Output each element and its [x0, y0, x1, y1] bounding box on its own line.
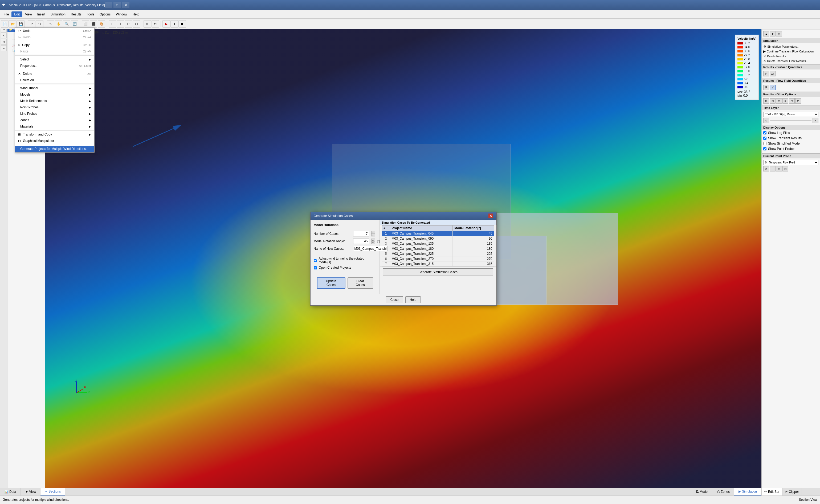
tb-undo[interactable]: ↩ — [28, 20, 35, 28]
menu-materials[interactable]: Materials ▶ — [15, 123, 94, 130]
left-icon-5[interactable]: ✏ — [1, 45, 7, 51]
menu-zones[interactable]: Zones ▶ — [15, 117, 94, 123]
maximize-button[interactable]: □ — [113, 2, 121, 8]
tb-save[interactable]: 💾 — [17, 20, 25, 28]
current-point-probe-section[interactable]: Current Point Probe — [762, 153, 820, 158]
continue-transient[interactable]: ▶ Continue Transient Flow Calculation — [763, 49, 818, 54]
probe-delete-btn[interactable]: ✕ — [763, 166, 769, 171]
tb-sim3[interactable]: ⏹ — [178, 20, 186, 28]
delete-transient-results[interactable]: ✕ Delete Transient Flow Results... — [763, 59, 818, 63]
tb-fit[interactable]: ⊞ — [144, 20, 151, 28]
other-icon-3[interactable]: ⊡ — [776, 98, 782, 104]
tb-pan[interactable]: ✋ — [55, 20, 62, 28]
other-options-section[interactable]: Results - Other Options — [762, 92, 820, 97]
other-icon-6[interactable]: ◻ — [795, 98, 801, 104]
menu-transform-copy[interactable]: ⊞ Transform and Copy ▶ — [15, 131, 94, 138]
num-cases-down[interactable]: ▼ — [371, 234, 375, 236]
tb-solid[interactable]: ⬛ — [90, 20, 97, 28]
tab-model[interactable]: 🏗 Model — [691, 488, 713, 495]
time-next-btn[interactable]: > — [813, 118, 818, 123]
other-icon-1[interactable]: ⊞ — [763, 98, 769, 104]
other-icon-2[interactable]: ⊟ — [770, 98, 776, 104]
num-cases-input[interactable] — [353, 231, 369, 236]
tb-sim1[interactable]: ▶ — [162, 20, 170, 28]
delete-results[interactable]: ✕ Delete Results — [763, 54, 818, 59]
tb-front[interactable]: F — [109, 20, 116, 28]
tb-redo[interactable]: ↪ — [36, 20, 43, 28]
sim-params[interactable]: ⚙ Simulation Parameters... — [763, 44, 818, 49]
table-row[interactable]: 5 M03_Campus_Transient_225 225 — [382, 251, 494, 256]
clipper-tab[interactable]: ✂ Clipper — [782, 488, 802, 495]
time-layer-section[interactable]: Time Layer — [762, 105, 820, 110]
menu-results[interactable]: Results — [68, 11, 84, 17]
flow-field-section[interactable]: Results - Flow Field Quantities — [762, 78, 820, 83]
close-button[interactable]: ✕ — [122, 2, 129, 8]
menu-delete-all[interactable]: Delete All — [15, 77, 94, 83]
menu-models[interactable]: Models ▶ — [15, 91, 94, 98]
flow-v-btn[interactable]: V — [770, 85, 776, 90]
left-icon-3[interactable]: ✕ — [1, 32, 7, 38]
rotation-angle-up[interactable]: ▲ — [371, 239, 375, 241]
tab-zones[interactable]: ⬡ Zones — [713, 488, 734, 495]
editor-icon-1[interactable]: ▲ — [763, 31, 769, 36]
tb-zoom[interactable]: 🔍 — [63, 20, 70, 28]
surface-quantities-section[interactable]: Results - Surface Quantities — [762, 64, 820, 69]
display-options-section[interactable]: Display Options — [762, 125, 820, 130]
tb-new[interactable]: 📄 — [1, 20, 9, 28]
adjust-wind-tunnel-checkbox[interactable] — [314, 259, 317, 262]
tab-data[interactable]: 📊 Data — [0, 488, 21, 495]
menu-graphical-manipulator[interactable]: ⊡ Graphical Manipulator — [15, 138, 94, 144]
table-row[interactable]: 7 M03_Campus_Transient_315 315 — [382, 261, 494, 267]
surface-cp-btn[interactable]: Cp — [770, 71, 776, 76]
show-log-files-checkbox[interactable] — [763, 131, 766, 134]
show-point-probes-checkbox[interactable] — [763, 147, 766, 150]
other-icon-4[interactable]: ≡ — [782, 98, 788, 104]
editor-icon-2[interactable]: ▼ — [770, 31, 776, 36]
probe-remove-btn[interactable]: ⊟ — [782, 166, 788, 171]
tb-top[interactable]: T — [117, 20, 124, 28]
rotation-angle-down[interactable]: ▼ — [371, 241, 375, 244]
menu-delete[interactable]: ✕ Delete Del — [15, 71, 94, 77]
table-row[interactable]: 1 M03_Campus_Transient_045 45 — [382, 231, 494, 236]
time-track[interactable] — [770, 120, 811, 121]
generate-simulation-button[interactable]: Generate Simulation Cases — [383, 268, 493, 276]
table-row[interactable]: 3 M03_Campus_Transient_135 135 — [382, 241, 494, 246]
show-simplified-checkbox[interactable] — [763, 142, 766, 145]
edit-bar-tab[interactable]: ✏ Edit Bar — [762, 488, 782, 495]
tab-sections[interactable]: ✂ Sections — [40, 488, 65, 495]
surface-p-btn[interactable]: P — [763, 71, 769, 76]
table-row[interactable]: 4 M03_Campus_Transient_180 180 — [382, 246, 494, 251]
tab-view[interactable]: 👁 View — [21, 488, 40, 495]
tb-wireframe[interactable]: ⬜ — [82, 20, 89, 28]
tb-section[interactable]: ✂ — [152, 20, 159, 28]
open-projects-checkbox[interactable] — [314, 266, 317, 269]
menu-line-probes[interactable]: Line Probes ▶ — [15, 110, 94, 117]
tb-right[interactable]: R — [125, 20, 132, 28]
menu-options[interactable]: Options — [97, 11, 113, 17]
other-icon-5[interactable]: □ — [789, 98, 795, 104]
clear-cases-button[interactable]: Clear Cases — [348, 277, 373, 289]
tb-rotate[interactable]: 🔄 — [71, 20, 78, 28]
menu-select[interactable]: Select ▶ — [15, 56, 94, 63]
dialog-close-button[interactable]: ✕ — [488, 214, 493, 218]
time-layer-dropdown[interactable]: T041 - 120.00 [s], Master — [763, 112, 818, 117]
menu-point-probes[interactable]: Point Probes ▶ — [15, 104, 94, 110]
tb-select[interactable]: ↖ — [47, 20, 54, 28]
menu-edit[interactable]: Edit — [11, 11, 22, 17]
tb-iso[interactable]: ⬡ — [133, 20, 140, 28]
editor-icon-3[interactable]: ⊞ — [776, 31, 782, 36]
table-row[interactable]: 2 M03_Campus_Transient_090 90 — [382, 236, 494, 241]
menu-properties[interactable]: Properties... Alt+Enter — [15, 63, 94, 69]
show-transient-checkbox[interactable] — [763, 137, 766, 140]
menu-insert[interactable]: Insert — [35, 11, 48, 17]
tab-simulation[interactable]: ▶ Simulation — [734, 488, 761, 495]
menu-tools[interactable]: Tools — [84, 11, 97, 17]
rotation-angle-input[interactable] — [353, 239, 369, 244]
minimize-button[interactable]: ─ — [105, 2, 112, 8]
left-icon-4[interactable]: ⊟ — [1, 39, 7, 45]
menu-simulation[interactable]: Simulation — [48, 11, 68, 17]
menu-help[interactable]: Help — [130, 11, 142, 17]
tb-sim2[interactable]: ⏸ — [170, 20, 178, 28]
menu-copy[interactable]: ⎘ Copy Ctrl+C — [15, 42, 94, 48]
time-prev-btn[interactable]: < — [763, 118, 769, 123]
